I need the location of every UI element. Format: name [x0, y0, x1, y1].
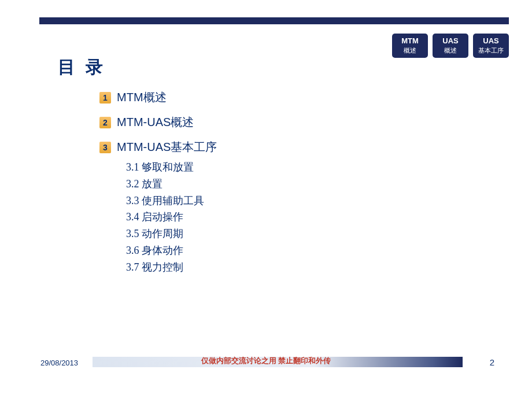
tab-label-line1: MTM	[401, 36, 419, 46]
footer: 29/08/2013 仅做内部交流讨论之用 禁止翻印和外传 2	[0, 353, 532, 367]
toc-item: 2 MTM-UAS概述	[99, 114, 217, 130]
tab-mtm-overview[interactable]: MTM 概述	[392, 34, 428, 58]
tab-uas-basic[interactable]: UAS 基本工序	[473, 34, 509, 58]
toc-item: 3 MTM-UAS基本工序	[99, 139, 217, 155]
tab-label-line1: UAS	[442, 36, 458, 46]
tab-label-line2: 概述	[404, 46, 416, 54]
toc-text: MTM-UAS基本工序	[117, 139, 217, 155]
toc-text: MTM概述	[117, 90, 167, 105]
top-bar	[39, 17, 509, 24]
toc-text: MTM-UAS概述	[117, 114, 194, 130]
toc-list: 1 MTM概述 2 MTM-UAS概述 3 MTM-UAS基本工序	[99, 90, 217, 164]
toc-item: 1 MTM概述	[99, 90, 217, 105]
toc-subitem: 3.1 够取和放置	[126, 159, 204, 176]
toc-subitem: 3.7 视力控制	[126, 259, 204, 276]
footer-page-number: 2	[490, 357, 494, 367]
toc-number-badge: 1	[99, 92, 111, 104]
tab-label-line1: UAS	[483, 36, 498, 46]
footer-notice: 仅做内部交流讨论之用 禁止翻印和外传	[201, 356, 331, 366]
toc-number-badge: 2	[99, 117, 111, 128]
tab-uas-overview[interactable]: UAS 概述	[433, 34, 468, 58]
toc-subitem: 3.2 放置	[126, 176, 204, 193]
tab-label-line2: 概述	[444, 46, 457, 54]
toc-subitem: 3.4 启动操作	[126, 209, 204, 226]
toc-sublist: 3.1 够取和放置 3.2 放置 3.3 使用辅助工具 3.4 启动操作 3.5…	[126, 159, 204, 276]
toc-number-badge: 3	[99, 142, 111, 153]
tab-label-line2: 基本工序	[478, 46, 504, 54]
footer-date: 29/08/2013	[40, 359, 78, 367]
toc-subitem: 3.5 动作周期	[126, 226, 204, 242]
page-title: 目录	[58, 56, 113, 79]
toc-subitem: 3.6 身体动作	[126, 242, 204, 259]
toc-subitem: 3.3 使用辅助工具	[126, 193, 204, 209]
nav-tabs: MTM 概述 UAS 概述 UAS 基本工序	[392, 34, 509, 58]
